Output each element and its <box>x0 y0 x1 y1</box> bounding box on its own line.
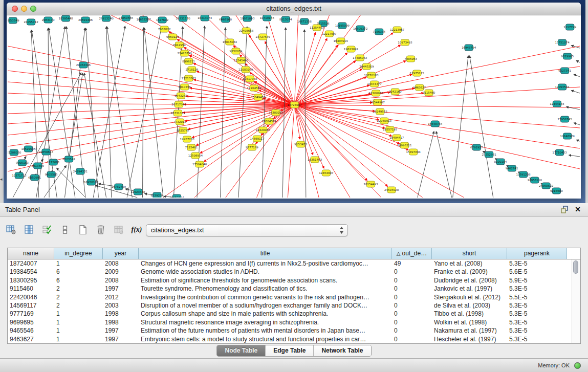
graph-node[interactable]: 6466160 <box>219 16 232 23</box>
table-row[interactable]: 1456911722003Disruption of a novel membe… <box>8 301 580 310</box>
graph-node[interactable]: 22426750 <box>178 50 192 56</box>
column-header-in_degree[interactable]: in_degree <box>54 248 103 259</box>
graph-node[interactable]: 10653287 <box>136 16 151 23</box>
column-header-out_de[interactable]: △out_de… <box>392 248 432 259</box>
graph-node[interactable]: 16648784 <box>428 121 443 127</box>
panel-collapse-handle-icon[interactable]: ◂ <box>0 176 4 182</box>
graph-node[interactable]: 20850613 <box>39 149 54 155</box>
table-scrollbar[interactable] <box>572 259 580 343</box>
graph-node[interactable]: 20445309 <box>359 63 374 70</box>
graph-node[interactable]: 10846929 <box>560 133 575 139</box>
graph-node[interactable]: 15751074 <box>555 39 570 46</box>
table-row[interactable]: 1938455462009Genome-wide association stu… <box>8 268 580 276</box>
graph-node[interactable]: 9152059 <box>230 48 243 54</box>
graph-node[interactable]: 16782759 <box>112 184 126 190</box>
graph-node[interactable]: 12160963 <box>369 90 384 96</box>
delete-table-icon[interactable] <box>113 223 125 236</box>
graph-node[interactable]: 8100184 <box>494 159 507 165</box>
graph-node[interactable]: 9605505 <box>45 171 58 178</box>
table-select-dropdown[interactable]: citations_edges.txt <box>146 224 348 236</box>
graph-node[interactable]: 22045913 <box>377 118 392 124</box>
table-row[interactable]: 969969511998Structural magnetic resonanc… <box>8 318 580 326</box>
graph-node[interactable]: 1810755 <box>178 84 191 90</box>
graph-node[interactable]: 2242160 <box>389 89 402 95</box>
graph-node[interactable]: 16671358 <box>297 18 312 25</box>
graph-node[interactable]: 7485063 <box>404 56 417 62</box>
graph-node[interactable]: 22083269 <box>238 67 253 73</box>
table-row[interactable]: 946362711997Embryonic stem cells: a mode… <box>8 335 580 343</box>
graph-node[interactable]: 17710433 <box>552 149 567 156</box>
graph-node[interactable]: 8813074 <box>279 16 292 23</box>
graph-node[interactable]: 9543253 <box>175 93 187 99</box>
function-icon[interactable]: f(x) <box>130 223 143 236</box>
graph-node[interactable]: 24294331 <box>73 168 88 174</box>
graph-node[interactable]: 3913409 <box>31 163 44 169</box>
graph-node[interactable]: 7125461 <box>185 144 198 150</box>
column-select-icon[interactable] <box>23 223 35 236</box>
graph-node[interactable]: 18494417 <box>389 135 404 141</box>
graph-node[interactable]: 9853549 <box>8 17 19 24</box>
graph-node[interactable]: 19861093 <box>240 15 255 21</box>
window-titlebar[interactable]: citations_edges.txt <box>7 3 581 15</box>
table-settings-icon[interactable] <box>5 223 17 236</box>
graph-node[interactable]: 17485063 <box>353 55 367 61</box>
select-rows-icon[interactable] <box>41 223 53 236</box>
table-row[interactable]: 977716911998Corpus callosum shape and si… <box>8 310 580 318</box>
graph-node[interactable]: 1117799 <box>563 24 576 30</box>
graph-node[interactable]: 12975115 <box>410 70 425 76</box>
column-header-pagerank[interactable]: pagerank <box>507 248 567 259</box>
column-header-name[interactable]: name <box>8 248 54 259</box>
graph-node[interactable]: 23727539 <box>256 34 271 40</box>
graph-node[interactable]: 20691406 <box>78 17 93 23</box>
graph-node[interactable]: 9462741 <box>506 165 518 171</box>
graph-node[interactable]: 8223542 <box>62 156 75 162</box>
graph-node[interactable]: 7732013 <box>173 119 186 125</box>
table-row[interactable]: 946554611997Estimation of the future num… <box>8 326 580 335</box>
tab-node-table[interactable]: Node Table <box>217 345 266 356</box>
scrollbar-thumb[interactable] <box>573 260 578 274</box>
graph-node[interactable]: 18529535 <box>21 146 36 152</box>
graph-node[interactable]: 19957203 <box>180 136 195 142</box>
graph-node[interactable]: 10474377 <box>367 81 382 87</box>
graph-node[interactable]: 10591208 <box>516 171 531 178</box>
table-row[interactable]: 911546021997Tourette syndrome. Phenomeno… <box>8 285 580 293</box>
graph-node[interactable]: 12093581 <box>555 84 569 90</box>
table-row[interactable]: 2242004622012Investigating the contribut… <box>8 293 580 301</box>
graph-node[interactable]: 12444134 <box>550 101 564 107</box>
close-panel-icon[interactable]: ✕ <box>574 205 582 213</box>
graph-node[interactable]: 20331170 <box>176 15 190 21</box>
column-header-year[interactable]: year <box>103 248 139 259</box>
graph-node[interactable]: 2718126 <box>185 67 198 73</box>
graph-node[interactable]: 17504046 <box>192 161 207 167</box>
graph-node[interactable]: 6791927 <box>470 144 483 150</box>
table-row[interactable]: 1830029562008Estimation of significance … <box>8 276 580 285</box>
graph-node[interactable]: 9329965 <box>561 53 574 59</box>
graph-node[interactable]: 25206050 <box>8 149 21 156</box>
graph-node[interactable]: 18154493 <box>363 181 378 187</box>
graph-node[interactable]: 16948794 <box>462 45 476 51</box>
graph-node[interactable]: 9115460 <box>423 90 435 96</box>
graph-node[interactable]: 23249553 <box>373 108 388 115</box>
graph-node[interactable]: 9905153 <box>16 160 29 166</box>
graph-node[interactable]: 24055712 <box>24 19 38 25</box>
graph-node[interactable]: 12217997 <box>322 31 337 37</box>
graph-node[interactable]: 8625767 <box>177 127 189 134</box>
graph-node[interactable]: 10996211 <box>397 142 411 148</box>
tab-edge-table[interactable]: Edge Table <box>266 345 314 356</box>
graph-node[interactable]: 15958745 <box>557 116 572 122</box>
graph-node[interactable]: 9777169 <box>246 144 258 150</box>
graph-node[interactable]: 6339234 <box>151 192 164 198</box>
rows-icon[interactable] <box>59 223 71 236</box>
graph-node[interactable]: 2063170 <box>42 17 55 23</box>
tab-network-table[interactable]: Network Table <box>314 345 371 356</box>
new-document-icon[interactable] <box>77 223 89 236</box>
graph-node[interactable]: 15349453 <box>251 94 266 100</box>
graph-node[interactable]: 10195099 <box>335 23 350 29</box>
float-panel-icon[interactable] <box>560 206 569 214</box>
graph-node[interactable]: 10371713 <box>12 172 27 179</box>
graph-node[interactable]: 7156384 <box>373 29 385 35</box>
graph-node[interactable]: 20717041 <box>171 101 186 107</box>
graph-node[interactable]: 8996211 <box>182 58 195 64</box>
graph-node[interactable]: 25252981 <box>482 151 496 158</box>
graph-node[interactable]: 24652114 <box>169 194 184 198</box>
